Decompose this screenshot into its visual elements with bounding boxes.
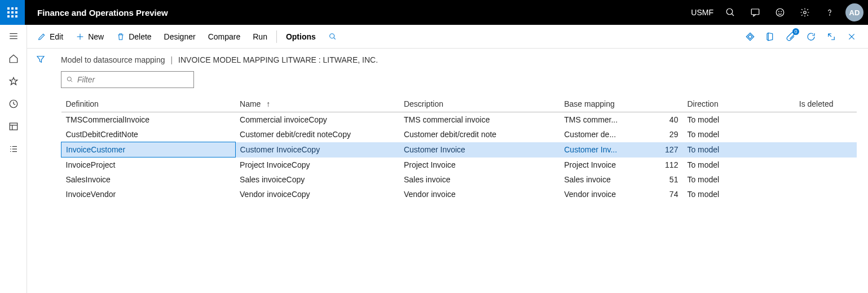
- col-count[interactable]: [645, 96, 682, 112]
- col-base-mapping[interactable]: Base mapping: [559, 96, 645, 112]
- table-row[interactable]: InvoiceCustomerCustomer InvoiceCopyCusto…: [61, 142, 857, 158]
- attachments-badge: 0: [792, 28, 799, 35]
- cell-direction[interactable]: To model: [682, 172, 794, 187]
- options-button[interactable]: Options: [280, 27, 321, 47]
- cell-definition[interactable]: SalesInvoice: [61, 172, 236, 187]
- cell-definition[interactable]: InvoiceCustomer: [61, 142, 236, 158]
- table-row[interactable]: TMSCommercialInvoiceCommercial invoiceCo…: [61, 112, 857, 128]
- cell-direction[interactable]: To model: [682, 112, 794, 128]
- cell-is-deleted[interactable]: [795, 158, 857, 173]
- command-bar: Edit New Delete Designer Compare Run Opt…: [27, 25, 868, 49]
- cell-base-mapping[interactable]: Vendor invoice: [559, 187, 645, 202]
- col-direction[interactable]: Direction: [682, 96, 794, 112]
- svg-point-7: [830, 15, 830, 15]
- recent-icon[interactable]: [0, 93, 27, 115]
- designer-button[interactable]: Designer: [158, 27, 201, 47]
- cell-description[interactable]: Customer Invoice: [399, 142, 559, 158]
- col-name[interactable]: Name ↑: [235, 96, 399, 112]
- cell-description[interactable]: Sales invoice: [399, 172, 559, 187]
- svg-point-23: [329, 33, 334, 38]
- company-code[interactable]: USMF: [691, 8, 718, 17]
- hamburger-icon[interactable]: [0, 25, 27, 47]
- cell-base-mapping[interactable]: Sales invoice: [559, 172, 645, 187]
- svg-point-5: [781, 11, 782, 12]
- cell-name[interactable]: Commercial invoiceCopy: [235, 112, 399, 128]
- breadcrumb-root[interactable]: Model to datasource mapping: [61, 55, 165, 64]
- cell-direction[interactable]: To model: [682, 158, 794, 173]
- close-icon[interactable]: [842, 27, 861, 46]
- edit-label: Edit: [50, 32, 63, 41]
- cell-count[interactable]: 74: [645, 187, 682, 202]
- cell-is-deleted[interactable]: [795, 187, 857, 202]
- cell-base-mapping[interactable]: Customer de...: [559, 127, 645, 142]
- avatar[interactable]: AD: [845, 3, 863, 21]
- messages-icon[interactable]: [743, 0, 768, 25]
- col-is-deleted[interactable]: Is deleted: [795, 96, 857, 112]
- delete-button[interactable]: Delete: [111, 27, 157, 47]
- cell-base-mapping[interactable]: Project Invoice: [559, 158, 645, 173]
- popout-icon[interactable]: [822, 27, 841, 46]
- filter-pane-toggle[interactable]: [36, 54, 46, 293]
- cell-definition[interactable]: CustDebitCreditNote: [61, 127, 236, 142]
- cell-name[interactable]: Customer InvoiceCopy: [235, 142, 399, 158]
- page-title: INVOICE MODEL MAPPING LITWARE : LITWARE,…: [178, 55, 378, 64]
- cell-name[interactable]: Project InvoiceCopy: [235, 158, 399, 173]
- search-icon[interactable]: [718, 0, 743, 25]
- workspaces-icon[interactable]: [0, 115, 27, 138]
- col-definition[interactable]: Definition: [61, 96, 236, 112]
- delete-label: Delete: [129, 32, 151, 41]
- attachments-icon[interactable]: 0: [781, 27, 800, 46]
- cell-direction[interactable]: To model: [682, 187, 794, 202]
- filter-box[interactable]: [61, 71, 194, 88]
- svg-line-1: [732, 14, 734, 16]
- table-row[interactable]: SalesInvoiceSales invoiceCopySales invoi…: [61, 172, 857, 187]
- diamond-icon[interactable]: [741, 27, 760, 46]
- cell-direction[interactable]: To model: [682, 142, 794, 158]
- cell-definition[interactable]: InvoiceProject: [61, 158, 236, 173]
- cell-definition[interactable]: InvoiceVendor: [61, 187, 236, 202]
- cell-count[interactable]: 29: [645, 127, 682, 142]
- refresh-icon[interactable]: [801, 27, 821, 46]
- left-rail: [0, 25, 27, 293]
- home-icon[interactable]: [0, 47, 27, 70]
- feedback-icon[interactable]: [768, 0, 792, 25]
- cell-is-deleted[interactable]: [795, 112, 857, 128]
- cell-count[interactable]: 112: [645, 158, 682, 173]
- settings-icon[interactable]: [792, 0, 817, 25]
- cell-description[interactable]: Vendor invoice: [399, 187, 559, 202]
- modules-icon[interactable]: [0, 138, 27, 160]
- cell-direction[interactable]: To model: [682, 127, 794, 142]
- cell-base-mapping[interactable]: Customer Inv...: [559, 142, 645, 158]
- cell-count[interactable]: 51: [645, 172, 682, 187]
- filter-input[interactable]: [77, 75, 189, 84]
- cell-is-deleted[interactable]: [795, 172, 857, 187]
- cell-name[interactable]: Sales invoiceCopy: [235, 172, 399, 187]
- office-icon[interactable]: [761, 27, 780, 46]
- favorites-icon[interactable]: [0, 70, 27, 93]
- table-row[interactable]: InvoiceVendorVendor invoiceCopyVendor in…: [61, 187, 857, 202]
- table-row[interactable]: CustDebitCreditNoteCustomer debit/credit…: [61, 127, 857, 142]
- run-button[interactable]: Run: [247, 27, 273, 47]
- col-description[interactable]: Description: [399, 96, 559, 112]
- grid-header-row: Definition Name ↑ Description Base mappi…: [61, 96, 857, 112]
- help-icon[interactable]: [817, 0, 842, 25]
- cell-is-deleted[interactable]: [795, 142, 857, 158]
- app-launcher[interactable]: [0, 0, 25, 25]
- cell-description[interactable]: Project Invoice: [399, 158, 559, 173]
- svg-point-0: [726, 8, 733, 15]
- page-search-button[interactable]: [323, 27, 343, 47]
- cell-is-deleted[interactable]: [795, 127, 857, 142]
- cell-base-mapping[interactable]: TMS commer...: [559, 112, 645, 128]
- compare-button[interactable]: Compare: [202, 27, 246, 47]
- new-button[interactable]: New: [70, 27, 109, 47]
- cell-definition[interactable]: TMSCommercialInvoice: [61, 112, 236, 128]
- table-row[interactable]: InvoiceProjectProject InvoiceCopyProject…: [61, 158, 857, 173]
- cell-name[interactable]: Vendor invoiceCopy: [235, 187, 399, 202]
- cell-description[interactable]: TMS commercial invoice: [399, 112, 559, 128]
- cell-count[interactable]: 127: [645, 142, 682, 158]
- edit-button[interactable]: Edit: [32, 27, 69, 47]
- cell-name[interactable]: Customer debit/credit noteCopy: [235, 127, 399, 142]
- new-label: New: [88, 32, 104, 41]
- cell-count[interactable]: 40: [645, 112, 682, 128]
- cell-description[interactable]: Customer debit/credit note: [399, 127, 559, 142]
